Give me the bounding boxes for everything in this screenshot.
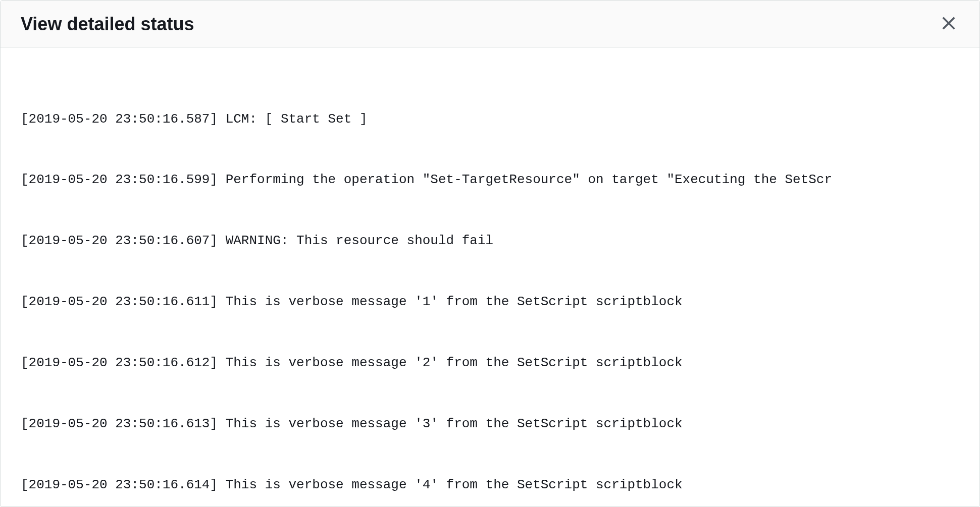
log-line: [2019-05-20 23:50:16.587] LCM: [ Start S…: [21, 109, 959, 129]
close-button[interactable]: [938, 13, 959, 35]
panel-title: View detailed status: [21, 14, 194, 35]
log-output: [2019-05-20 23:50:16.587] LCM: [ Start S…: [21, 68, 959, 506]
log-line: [2019-05-20 23:50:16.613] This is verbos…: [21, 414, 959, 434]
log-line: [2019-05-20 23:50:16.612] This is verbos…: [21, 353, 959, 373]
log-line: [2019-05-20 23:50:16.611] This is verbos…: [21, 292, 959, 312]
log-line: [2019-05-20 23:50:16.607] WARNING: This …: [21, 231, 959, 251]
panel-body: [2019-05-20 23:50:16.587] LCM: [ Start S…: [1, 48, 979, 506]
log-line: [2019-05-20 23:50:16.599] Performing the…: [21, 170, 959, 190]
detailed-status-panel: View detailed status [2019-05-20 23:50:1…: [0, 0, 980, 507]
panel-header: View detailed status: [1, 1, 979, 48]
close-icon: [941, 16, 956, 32]
log-line: [2019-05-20 23:50:16.614] This is verbos…: [21, 475, 959, 495]
